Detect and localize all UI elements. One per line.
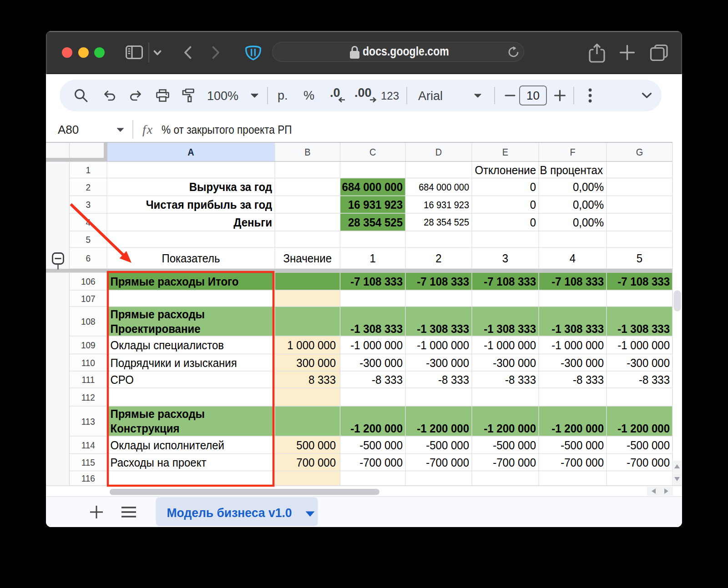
svg-text:-7 108 333: -7 108 333 [350,275,403,288]
svg-text:3: 3 [86,199,91,210]
svg-text:C: C [369,146,376,158]
svg-text:Чистая прибыль за год: Чистая прибыль за год [146,198,272,211]
svg-text:700 000: 700 000 [296,456,336,469]
svg-text:-500 000: -500 000 [493,438,536,452]
svg-text:109: 109 [81,340,96,350]
svg-text:5: 5 [637,251,642,265]
svg-text:0: 0 [530,198,536,211]
svg-text:-1 200 000: -1 200 000 [617,422,670,435]
svg-text:1: 1 [86,165,91,175]
svg-text:5: 5 [86,234,91,245]
svg-text:1 000 000: 1 000 000 [287,338,336,352]
svg-text:Расходы на проект: Расходы на проект [111,456,207,469]
svg-text:В процентах: В процентах [540,163,603,177]
svg-text:-700 000: -700 000 [493,456,536,469]
svg-text:-8 333: -8 333 [372,373,403,387]
svg-text:115: 115 [81,457,95,467]
svg-text:500 000: 500 000 [296,438,336,452]
svg-text:Подрядчики и изыскания: Подрядчики и изыскания [111,356,237,370]
svg-text:D: D [435,146,442,158]
svg-text:-1 308 333: -1 308 333 [484,322,536,336]
svg-text:28 354 525: 28 354 525 [424,216,469,228]
svg-text:-8 333: -8 333 [639,373,670,387]
svg-text:-1 200 000: -1 200 000 [350,422,403,435]
svg-text:Прямые расходы: Прямые расходы [111,407,205,421]
svg-text:107: 107 [81,293,96,304]
svg-text:0: 0 [530,216,536,229]
svg-text:112: 112 [81,392,95,402]
svg-text:-300 000: -300 000 [426,356,469,370]
svg-text:-1 308 333: -1 308 333 [551,322,604,336]
svg-text:-300 000: -300 000 [627,356,670,370]
svg-text:-300 000: -300 000 [359,356,403,370]
svg-text:Выручка за год: Выручка за год [189,180,272,194]
svg-text:-1 000 000: -1 000 000 [551,338,604,352]
svg-text:-1 200 000: -1 200 000 [417,422,469,435]
svg-text:Значение: Значение [283,251,332,265]
svg-text:1: 1 [370,251,376,265]
svg-text:28 354 525: 28 354 525 [348,216,403,229]
svg-text:-300 000: -300 000 [561,356,604,370]
svg-text:-700 000: -700 000 [426,456,469,469]
svg-text:0: 0 [530,180,536,194]
svg-text:0,00%: 0,00% [573,216,604,229]
svg-text:-1 308 333: -1 308 333 [350,322,403,336]
svg-text:116: 116 [81,473,95,483]
svg-text:Деньги: Деньги [233,216,272,229]
svg-text:0,00%: 0,00% [573,198,604,211]
svg-text:-1 000 000: -1 000 000 [350,338,403,352]
svg-text:2: 2 [86,182,91,192]
svg-text:684 000 000: 684 000 000 [419,181,469,193]
svg-text:-1 000 000: -1 000 000 [484,338,536,352]
svg-text:-500 000: -500 000 [426,438,469,452]
svg-text:Проектирование: Проектирование [111,322,201,336]
svg-text:106: 106 [81,276,96,286]
svg-text:E: E [502,146,508,158]
svg-text:8 333: 8 333 [308,373,336,387]
svg-text:-1 200 000: -1 200 000 [484,422,536,435]
svg-text:-8 333: -8 333 [438,373,469,387]
svg-text:Показатель: Показатель [162,251,220,265]
svg-text:F: F [570,146,575,158]
svg-text:Модель бизнеса v1.0: Модель бизнеса v1.0 [167,505,292,520]
svg-text:СРО: СРО [111,373,134,387]
svg-text:-8 333: -8 333 [505,373,536,387]
svg-text:A: A [187,146,194,158]
svg-text:-7 108 333: -7 108 333 [484,275,536,288]
svg-text:G: G [636,146,643,158]
svg-text:Оклады специалистов: Оклады специалистов [111,338,224,352]
svg-text:-7 108 333: -7 108 333 [617,275,670,288]
svg-text:-700 000: -700 000 [627,456,670,469]
svg-text:-700 000: -700 000 [359,456,403,469]
svg-text:Прямые расходы Итого: Прямые расходы Итого [111,275,239,288]
svg-text:108: 108 [81,316,96,327]
svg-text:2: 2 [435,251,441,265]
svg-text:110: 110 [81,357,95,368]
svg-text:-1 200 000: -1 200 000 [551,422,604,435]
svg-text:-1 308 333: -1 308 333 [417,322,469,336]
svg-text:6: 6 [86,253,91,263]
svg-text:4: 4 [570,251,576,265]
svg-text:684 000 000: 684 000 000 [342,180,403,194]
svg-text:-1 000 000: -1 000 000 [617,338,670,352]
svg-text:-500 000: -500 000 [359,438,403,452]
svg-text:16 931 923: 16 931 923 [424,199,469,211]
svg-text:-7 108 333: -7 108 333 [417,275,469,288]
svg-text:114: 114 [81,440,96,450]
svg-text:Оклады исполнителей: Оклады исполнителей [111,438,224,452]
svg-text:-500 000: -500 000 [561,438,604,452]
svg-text:111: 111 [81,374,95,385]
svg-text:-1 000 000: -1 000 000 [417,338,469,352]
svg-text:0,00%: 0,00% [573,180,604,194]
svg-text:-500 000: -500 000 [627,438,670,452]
svg-text:Прямые расходы: Прямые расходы [111,307,205,321]
svg-text:B: B [304,146,310,158]
svg-text:-8 333: -8 333 [573,373,604,387]
svg-text:-300 000: -300 000 [493,356,536,370]
svg-text:3: 3 [502,251,508,265]
svg-text:Конструкция: Конструкция [111,422,180,435]
svg-text:Отклонение: Отклонение [475,163,536,177]
svg-text:-700 000: -700 000 [561,456,604,469]
svg-text:300 000: 300 000 [296,356,336,370]
svg-text:-1 308 333: -1 308 333 [617,322,670,336]
